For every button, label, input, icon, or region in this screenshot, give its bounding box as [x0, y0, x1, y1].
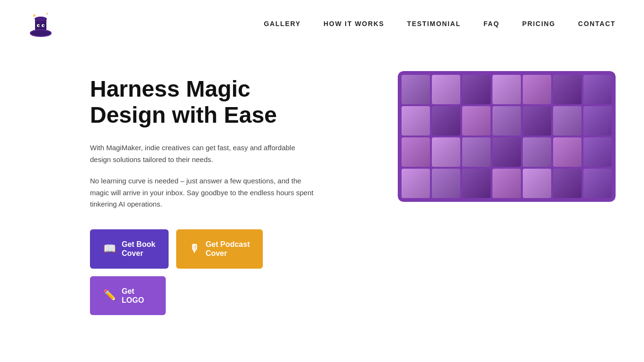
svg-point-6 — [38, 25, 40, 27]
nav-item-contact[interactable]: CONTACT — [578, 19, 616, 28]
hero-buttons: 📖 Get BookCover 🎙 Get PodcastCover ✏️ Ge… — [90, 229, 317, 315]
get-logo-button[interactable]: ✏️ GetLOGO — [90, 276, 166, 315]
svg-point-7 — [43, 25, 45, 27]
gallery-section: Magic Gallery In addition to designs, We… — [0, 353, 644, 362]
hero-image-collage — [398, 71, 616, 202]
btn-book-label: Get BookCover — [122, 240, 155, 258]
hero-text-area: Harness Magic Design with Ease With Magi… — [90, 76, 317, 315]
podcast-icon: 🎙 — [189, 243, 200, 255]
btn-podcast-label: Get PodcastCover — [206, 240, 250, 258]
hero-desc2: No learning curve is needed – just answe… — [90, 175, 317, 210]
nav-item-faq[interactable]: FAQ — [483, 19, 500, 28]
main-nav: ★ ✦ GALLERY HOW IT WORKS TESTIMONIAL FAQ… — [0, 0, 644, 47]
nav-item-how-it-works[interactable]: HOW IT WORKS — [323, 19, 384, 28]
nav-item-gallery[interactable]: GALLERY — [264, 19, 301, 28]
svg-text:✦: ✦ — [45, 12, 49, 16]
nav-links: GALLERY HOW IT WORKS TESTIMONIAL FAQ PRI… — [264, 19, 616, 28]
book-icon: 📖 — [103, 243, 116, 255]
get-book-cover-button[interactable]: 📖 Get BookCover — [90, 229, 169, 268]
pencil-icon: ✏️ — [103, 289, 116, 301]
nav-item-pricing[interactable]: PRICING — [522, 19, 555, 28]
nav-item-testimonial[interactable]: TESTIMONIAL — [407, 19, 461, 28]
hero-desc1: With MagiMaker, indie creatives can get … — [90, 142, 317, 166]
hero-title: Harness Magic Design with Ease — [90, 76, 317, 128]
btn-logo-label: GetLOGO — [122, 287, 144, 305]
hero-section: Harness Magic Design with Ease With Magi… — [0, 47, 644, 353]
svg-text:★: ★ — [32, 13, 36, 18]
get-podcast-cover-button[interactable]: 🎙 Get PodcastCover — [176, 229, 263, 268]
logo[interactable]: ★ ✦ — [28, 9, 53, 39]
